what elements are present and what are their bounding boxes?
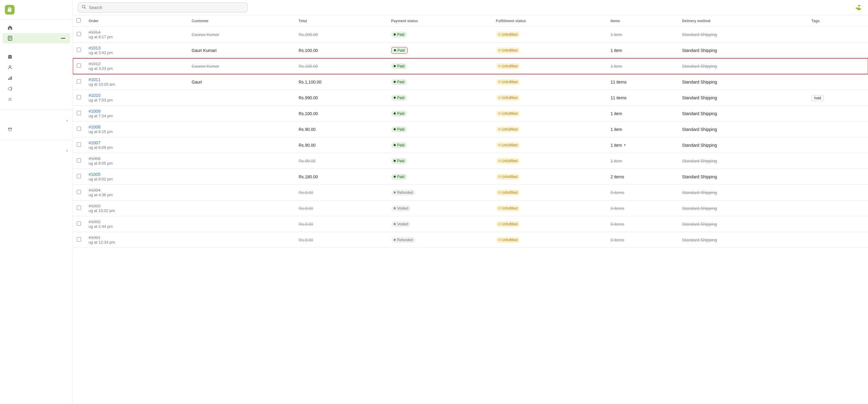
row-checkbox[interactable] [77, 190, 81, 194]
svg-point-8 [9, 98, 10, 99]
order-number[interactable]: #1006 [89, 156, 100, 161]
setup-guide-button[interactable]: ⛳ [855, 5, 863, 10]
unfulfilled-dot [498, 49, 500, 51]
table-row[interactable]: #1012ug at 3:23 pmGaurav KumarRs.100.00P… [73, 58, 868, 74]
analytics-icon [7, 75, 13, 81]
unfulfilled-dot [498, 128, 500, 130]
apps-header[interactable]: › [0, 145, 72, 154]
payment-status-badge: Voided [391, 205, 411, 211]
customer-name [188, 153, 295, 169]
order-number[interactable]: #1012 [89, 61, 100, 66]
sidebar-item-home[interactable] [2, 23, 70, 33]
order-number-cell: #1008ug at 6:15 pm [85, 121, 188, 137]
order-number[interactable]: #1010 [89, 93, 100, 98]
row-checkbox[interactable] [77, 48, 81, 52]
delivery-cell: Standard Shipping [678, 200, 808, 216]
total-cell: Rs.990.00 [295, 90, 388, 106]
order-number[interactable]: #1007 [89, 140, 100, 145]
order-number[interactable]: #1002 [89, 219, 100, 224]
table-row[interactable]: #1007ug at 6:09 pmRs.90.00PaidUnfulfille… [73, 137, 868, 153]
row-checkbox[interactable] [77, 79, 81, 84]
table-row[interactable]: #1009ug at 7:24 pmRs.100.00PaidUnfulfill… [73, 106, 868, 121]
sidebar-item-orders[interactable] [2, 33, 70, 44]
row-checkbox-cell [73, 232, 85, 248]
row-checkbox[interactable] [77, 222, 81, 226]
row-checkbox[interactable] [77, 32, 81, 36]
row-checkbox-cell [73, 185, 85, 200]
items-dropdown-arrow[interactable]: ▼ [623, 143, 626, 147]
order-number[interactable]: #1003 [89, 204, 100, 208]
table-row[interactable]: #1001ug at 12:33 pmRs.0.00RefundedUnfulf… [73, 232, 868, 248]
order-number[interactable]: #1004 [89, 188, 100, 193]
tags-cell [808, 169, 868, 185]
table-row[interactable]: #1005ug at 6:02 pmRs.180.00PaidUnfulfill… [73, 169, 868, 185]
sidebar-item-marketing[interactable] [2, 84, 70, 94]
tags-cell [808, 106, 868, 121]
sidebar-item-drafts[interactable] [2, 44, 70, 48]
row-checkbox[interactable] [77, 237, 81, 241]
orders-badge [61, 38, 65, 38]
select-all-checkbox[interactable] [76, 18, 81, 23]
items-cell: 1 item [607, 121, 679, 137]
row-checkbox-cell [73, 106, 85, 121]
unfulfilled-dot [498, 144, 500, 146]
search-input[interactable] [89, 5, 244, 10]
row-checkbox-cell [73, 121, 85, 137]
delivery-cell: Standard Shipping [678, 27, 808, 42]
table-row[interactable]: #1003ug at 10:02 pmRs.0.00VoidedUnfulfil… [73, 200, 868, 216]
table-row[interactable]: #1010ug at 7:53 pmRs.990.00PaidUnfulfill… [73, 90, 868, 106]
order-number[interactable]: #1009 [89, 109, 100, 114]
fulfillment-status-badge: Unfulfilled [496, 174, 520, 180]
customers-icon [7, 65, 13, 70]
svg-rect-7 [11, 76, 12, 80]
sidebar-item-products[interactable] [2, 52, 70, 62]
row-checkbox[interactable] [77, 127, 81, 131]
order-number[interactable]: #1001 [89, 235, 100, 240]
search-bar[interactable] [78, 2, 248, 12]
sales-channels-header[interactable]: › [0, 115, 72, 124]
sidebar-item-customers[interactable] [2, 62, 70, 73]
table-row[interactable]: #1002ug at 2:44 pmRs.0.00VoidedUnfulfill… [73, 216, 868, 232]
svg-point-4 [9, 66, 11, 67]
table-row[interactable]: #1011ug at 10:20 amGauriRs.1,100.00PaidU… [73, 74, 868, 90]
delivery-cell: Standard Shipping [678, 216, 808, 232]
sidebar-item-discounts[interactable] [2, 94, 70, 105]
row-checkbox[interactable] [77, 206, 81, 210]
payment-status-badge: Paid [391, 95, 407, 101]
table-row[interactable]: #1013ug at 3:42 pmGauri KumariRs.100.00P… [73, 42, 868, 58]
items-cell: 11 items [607, 74, 679, 90]
table-row[interactable]: #1006ug at 6:05 pmRs.90.00PaidUnfulfille… [73, 153, 868, 169]
row-checkbox[interactable] [77, 174, 81, 178]
order-number-cell: #1001ug at 12:33 pm [85, 232, 188, 248]
logo-area [0, 0, 72, 20]
sidebar-item-analytics[interactable] [2, 73, 70, 83]
tags-cell [808, 137, 868, 153]
order-number[interactable]: #1013 [89, 46, 100, 51]
row-checkbox[interactable] [77, 95, 81, 99]
items-cell: 0 items [607, 232, 679, 248]
order-number[interactable]: #1011 [89, 77, 100, 82]
apps-chevron-icon: › [66, 148, 68, 153]
row-checkbox[interactable] [77, 63, 81, 68]
order-number[interactable]: #1014 [89, 30, 100, 35]
delivery-cell: Standard Shipping [678, 90, 808, 106]
table-row[interactable]: #1008ug at 6:15 pmRs.90.00PaidUnfulfille… [73, 121, 868, 137]
table-row[interactable]: #1014ug at 8:17 pmGaurav KumarRs.200.00P… [73, 27, 868, 42]
customer-name [188, 216, 295, 232]
customer-name [188, 232, 295, 248]
order-number[interactable]: #1008 [89, 124, 100, 129]
order-number[interactable]: #1005 [89, 172, 100, 177]
sidebar-item-abandoned[interactable] [2, 48, 70, 51]
header-items: Items [607, 15, 679, 27]
delivery-cell: Standard Shipping [678, 58, 808, 74]
orders-icon [7, 35, 13, 41]
shopify-logo-icon [5, 5, 14, 15]
row-checkbox-cell [73, 137, 85, 153]
table-row[interactable]: #1004ug at 4:36 pmRs.0.00RefundedUnfulfi… [73, 185, 868, 200]
sidebar-item-online-store[interactable] [2, 124, 70, 135]
tags-cell [808, 58, 868, 74]
row-checkbox[interactable] [77, 142, 81, 147]
row-checkbox[interactable] [77, 158, 81, 163]
customer-name: Gaurav Kumar [188, 27, 295, 42]
row-checkbox[interactable] [77, 111, 81, 115]
